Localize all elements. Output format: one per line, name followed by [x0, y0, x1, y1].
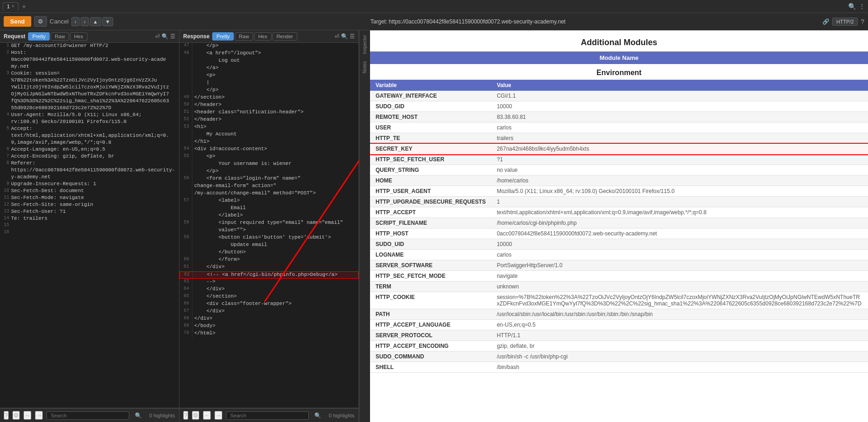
send-button[interactable]: Send	[4, 16, 31, 27]
request-back-button[interactable]: ←	[23, 411, 31, 420]
request-highlights-count: 0 highlights	[149, 413, 175, 418]
env-table-row: HTTP_ACCEPTtext/html,application/xhtml+x…	[370, 207, 868, 218]
tab-bar: 1 × + 🔍 ⋮	[0, 0, 868, 13]
response-line: 62 <!-- <a href=/cgi-bin/phpinfo.php>Deb…	[179, 271, 359, 279]
request-bottom-bar: ? ⚙ ← → 🔍 0 highlights	[0, 408, 179, 422]
nav-up-button[interactable]: ▲	[90, 17, 101, 26]
request-header: Request Pretty Raw Hex ⏎ 🔍 ☰	[0, 30, 179, 43]
env-table-row: QUERY_STRINGno value	[370, 165, 868, 176]
env-table-row: SUDO_COMMAND/usr/bin/sh -c /usr/bin/php-…	[370, 352, 868, 362]
request-line: 5Accept:	[0, 126, 179, 133]
response-tab-pretty[interactable]: Pretty	[212, 32, 234, 41]
nav-next-button[interactable]: ›	[81, 17, 89, 26]
response-tab-hex[interactable]: Hex	[254, 32, 272, 41]
request-content: 1GET /my-account?id=wiener HTTP/22Host:0…	[0, 43, 179, 408]
link-icon[interactable]: 🔗	[822, 18, 829, 25]
request-search-button[interactable]: 🔍	[162, 33, 168, 40]
response-line: 50</header>	[179, 102, 359, 109]
env-var-cell: HTTP_ACCEPT_ENCODING	[370, 341, 491, 352]
response-tab-render[interactable]: Render	[272, 32, 297, 41]
env-table-row: LOGNAMEcarlos	[370, 250, 868, 260]
main-area: Request Pretty Raw Hex ⏎ 🔍 ☰ 1GET /my-ac…	[0, 30, 868, 422]
module-name-header: Module Name	[370, 52, 868, 64]
response-line: 67 </div>	[179, 308, 359, 316]
request-wrap-button[interactable]: ⏎	[155, 33, 160, 40]
response-wrap-button[interactable]: ⏎	[335, 33, 339, 40]
tab-1[interactable]: 1 ×	[3, 2, 18, 11]
response-search-input[interactable]	[226, 411, 309, 420]
env-table-row: GATEWAY_INTERFACECGI/1.1	[370, 91, 868, 101]
env-var-cell: LOGNAME	[370, 250, 491, 260]
env-table-row: TERMunknown	[370, 281, 868, 292]
response-help-button[interactable]: ?	[183, 411, 188, 420]
env-table-row: HTTP_SEC_FETCH_USER?1	[370, 154, 868, 165]
request-line: 4User-Agent: Mozilla/5.0 (X11; Linux x86…	[0, 112, 179, 119]
response-line: </button>	[179, 249, 359, 257]
env-var-cell: SHELL	[370, 362, 491, 373]
response-line: My Account	[179, 131, 359, 139]
window-controls: 🔍 ⋮	[848, 3, 865, 10]
response-line: /my-account/change-email" method="POST">	[179, 190, 359, 198]
new-tab-button[interactable]: +	[20, 3, 28, 10]
env-var-cell: HTTP_SEC_FETCH_USER	[370, 154, 491, 165]
env-table-row: HTTP_ACCEPT_LANGUAGEen-US,en;q=0.5	[370, 320, 868, 330]
env-var-cell: SERVER_PROTOCOL	[370, 330, 491, 341]
http-version-badge: HTTP/2	[832, 18, 858, 26]
response-title: Response	[183, 33, 209, 40]
request-settings-button[interactable]: ⚙	[12, 411, 20, 420]
env-val-cell: Mozilla/5.0 (X11; Linux x86_64; rv:109.0…	[491, 186, 868, 197]
response-line: 48 <a href="/logout">	[179, 50, 359, 58]
cancel-button[interactable]: Cancel	[50, 18, 69, 25]
request-line: 55d0928ce680392168d723c2e72%22%7D	[0, 105, 179, 112]
env-var-cell: HTTP_COOKIE	[370, 292, 491, 309]
sidebar-strip: Inspector Notes	[359, 30, 370, 422]
env-var-cell: SECRET_KEY	[370, 144, 491, 154]
request-line: %7B%22token%3A%22TzoOiJVc2VyIjoyOntzOjg6…	[0, 77, 179, 84]
request-menu-button[interactable]: ☰	[170, 33, 175, 40]
response-line: 52</header>	[179, 117, 359, 124]
env-val-cell: 10000	[491, 239, 868, 250]
response-menu-button[interactable]: ☰	[350, 33, 355, 40]
response-line: </label>	[179, 212, 359, 220]
right-panel: Additional Modules Module Name Environme…	[370, 30, 868, 422]
env-val-cell: /home/carlos	[491, 176, 868, 186]
response-line: 54<div id=account-content>	[179, 146, 359, 153]
request-help-button[interactable]: ?	[4, 411, 9, 420]
env-var-cell: PATH	[370, 309, 491, 320]
help-button[interactable]: ?	[861, 18, 864, 25]
nav-down-button[interactable]: ▼	[102, 17, 114, 26]
tab-close-icon[interactable]: ×	[12, 4, 14, 9]
request-forward-button[interactable]: →	[35, 411, 43, 420]
request-tab-pretty[interactable]: Pretty	[28, 32, 50, 41]
response-back-button[interactable]: ←	[203, 411, 211, 420]
env-table-row: HTTP_USER_AGENTMozilla/5.0 (X11; Linux x…	[370, 186, 868, 197]
response-settings-button[interactable]: ⚙	[192, 411, 199, 420]
response-forward-button[interactable]: →	[214, 411, 222, 420]
response-search-button[interactable]: 🔍	[341, 33, 348, 40]
menu-window-button[interactable]: ⋮	[859, 3, 865, 10]
env-table-row: HTTP_UPGRADE_INSECURE_REQUESTS1	[370, 197, 868, 207]
env-var-cell: QUERY_STRING	[370, 165, 491, 176]
search-window-button[interactable]: 🔍	[848, 3, 856, 10]
request-line: 16	[0, 229, 179, 236]
response-line: <p>	[179, 72, 359, 80]
notes-tab[interactable]: Notes	[361, 59, 368, 76]
request-line: 8Referer:	[0, 160, 179, 167]
request-tab-raw[interactable]: Raw	[51, 32, 69, 41]
request-line: text/html,application/xhtml+xml,applicat…	[0, 133, 179, 140]
env-var-cell: HTTP_SEC_FETCH_MODE	[370, 271, 491, 281]
settings-button[interactable]: ⚙	[34, 16, 47, 27]
env-table-row: SHELL/bin/bash	[370, 362, 868, 373]
request-tab-hex[interactable]: Hex	[70, 32, 87, 41]
request-line: 3Cookie: session=	[0, 70, 179, 77]
response-bottom-bar: ? ⚙ ← → 🔍 0 highlights	[179, 408, 359, 422]
inspector-tab[interactable]: Inspector	[361, 32, 368, 57]
response-line: 59 <button class='button' type='submit'>	[179, 234, 359, 242]
response-line: Log out	[179, 58, 359, 65]
request-search-input[interactable]	[46, 411, 129, 420]
env-val-cell: /usr/local/sbin:/usr/local/bin:/usr/sbin…	[491, 309, 868, 320]
response-line: 65 </section>	[179, 293, 359, 301]
col-value: Value	[491, 80, 868, 91]
response-tab-raw[interactable]: Raw	[235, 32, 253, 41]
nav-prev-button[interactable]: ‹	[71, 17, 80, 26]
